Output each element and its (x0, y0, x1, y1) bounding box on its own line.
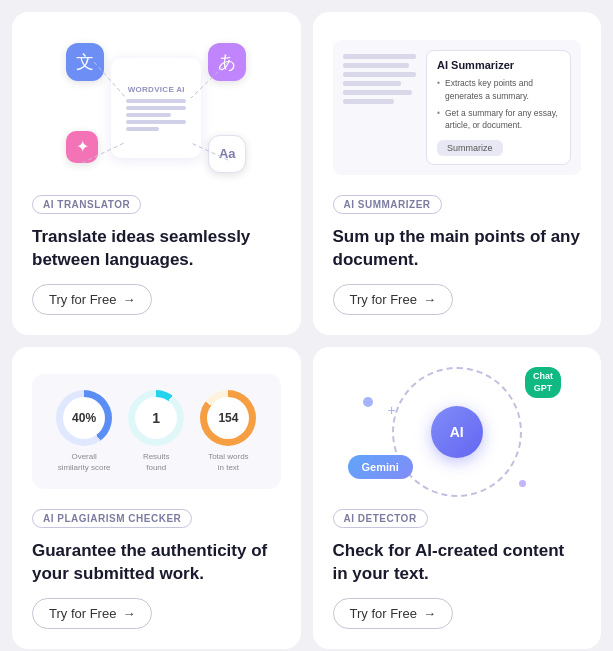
doc-line (126, 106, 186, 110)
plagiarism-illustration: 40% Overallsimilarity score 1 Resultsfou… (32, 367, 281, 497)
summarizer-text-lines (343, 50, 417, 165)
doc-line (126, 120, 186, 124)
decorative-dot-1 (363, 397, 373, 407)
doc-line (126, 99, 186, 103)
plagiarism-arrow-icon: → (122, 606, 135, 621)
detector-illustration: AI ChatGPT Gemini + (333, 367, 582, 497)
summarizer-badge: AI SUMMARIZER (333, 195, 442, 214)
detector-badge: AI DETECTOR (333, 509, 428, 528)
detector-cta-button[interactable]: Try for Free → (333, 598, 453, 629)
sum-line (343, 54, 417, 59)
japanese-icon: あ (208, 43, 246, 81)
summarizer-title: Sum up the main points of any document. (333, 226, 582, 272)
sum-line (343, 90, 413, 95)
detector-scene: AI ChatGPT Gemini + (333, 367, 582, 497)
chinese-icon: 文 (66, 43, 104, 81)
spark-icon: ✦ (66, 131, 98, 163)
summarizer-cta-button[interactable]: Try for Free → (333, 284, 453, 315)
results-circle: 1 (128, 390, 184, 446)
font-icon: Aa (208, 135, 246, 173)
word-count-circle: 154 (200, 390, 256, 446)
decorative-dot-2 (519, 480, 526, 487)
summarizer-cta-label: Try for Free (350, 292, 417, 307)
results-found-stat: 1 Resultsfound (128, 390, 184, 473)
summarizer-panel: AI Summarizer Extracts key points and ge… (426, 50, 571, 165)
detector-cta-label: Try for Free (350, 606, 417, 621)
ai-bubble: AI (431, 406, 483, 458)
plagiarism-stats-scene: 40% Overallsimilarity score 1 Resultsfou… (32, 374, 281, 489)
detector-card: AI ChatGPT Gemini + AI DETECTOR Check fo… (313, 347, 602, 649)
doc-line (126, 113, 171, 117)
summarizer-bullet-1: Extracts key points and generates a summ… (437, 77, 560, 103)
translator-cta-label: Try for Free (49, 292, 116, 307)
word-count-stat: 154 Total wordsin text (200, 390, 256, 473)
summarizer-arrow-icon: → (423, 292, 436, 307)
detector-arrow-icon: → (423, 606, 436, 621)
translator-cta-button[interactable]: Try for Free → (32, 284, 152, 315)
wordvice-doc: WORDVICE AI (111, 58, 201, 158)
translator-title: Translate ideas seamlessly between langu… (32, 226, 281, 272)
sum-line (343, 63, 409, 68)
gemini-bubble: Gemini (348, 455, 413, 479)
summarizer-doc: AI Summarizer Extracts key points and ge… (333, 40, 582, 175)
plagiarism-cta-button[interactable]: Try for Free → (32, 598, 152, 629)
plagiarism-card: 40% Overallsimilarity score 1 Resultsfou… (12, 347, 301, 649)
plagiarism-cta-label: Try for Free (49, 606, 116, 621)
sum-line (343, 72, 417, 77)
similarity-score-stat: 40% Overallsimilarity score (56, 390, 112, 473)
translator-illustration: 文 あ Aa ✦ WORDVICE AI (32, 32, 281, 183)
detector-title: Check for AI-created content in your tex… (333, 540, 582, 586)
similarity-label: Overallsimilarity score (58, 452, 111, 473)
translator-scene: 文 あ Aa ✦ WORDVICE AI (56, 43, 256, 173)
word-count-value: 154 (207, 397, 249, 439)
summarizer-panel-title: AI Summarizer (437, 59, 560, 71)
summarizer-scene: AI Summarizer Extracts key points and ge… (333, 32, 582, 183)
plus-icon: + (388, 402, 396, 418)
plagiarism-title: Guarantee the authenticity of your submi… (32, 540, 281, 586)
summarizer-summarize-button[interactable]: Summarize (437, 140, 503, 156)
word-count-label: Total wordsin text (208, 452, 248, 473)
plagiarism-badge: AI PLAGIARISM CHECKER (32, 509, 192, 528)
translator-badge: AI TRANSLATOR (32, 195, 141, 214)
sum-line (343, 99, 394, 104)
doc-line (126, 127, 159, 131)
translator-arrow-icon: → (122, 292, 135, 307)
translator-card: 文 あ Aa ✦ WORDVICE AI (12, 12, 301, 335)
chatgpt-bubble: ChatGPT (525, 367, 561, 398)
summarizer-bullet-2: Get a summary for any essay, article, or… (437, 107, 560, 133)
similarity-value: 40% (63, 397, 105, 439)
doc-lines (126, 99, 186, 131)
similarity-circle: 40% (56, 390, 112, 446)
sum-line (343, 81, 402, 86)
summarizer-illustration: AI Summarizer Extracts key points and ge… (333, 32, 582, 183)
summarizer-card: AI Summarizer Extracts key points and ge… (313, 12, 602, 335)
card-grid: 文 あ Aa ✦ WORDVICE AI (12, 12, 601, 649)
results-label: Resultsfound (143, 452, 170, 473)
results-value: 1 (135, 397, 177, 439)
